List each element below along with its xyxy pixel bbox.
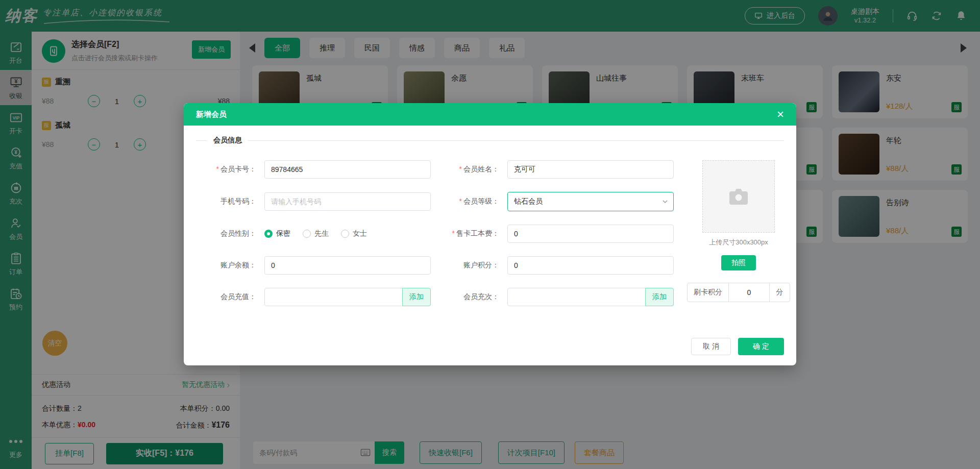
phone-field[interactable] xyxy=(264,192,431,211)
take-photo-button[interactable]: 拍照 xyxy=(721,255,756,270)
recharge-times-group: 添加 xyxy=(507,288,674,306)
card-no-label: *会员卡号： xyxy=(196,165,256,174)
radio-secret[interactable]: 保密 xyxy=(264,229,290,238)
chevron-down-icon xyxy=(662,199,668,205)
balance-field[interactable] xyxy=(264,256,431,275)
form-grid: *会员卡号： *会员姓名： 手机号码： *会员等级： 钻石会员 会员性别： xyxy=(196,160,674,306)
add-member-modal: 新增会员 × 会员信息 *会员卡号： *会员姓名： 手机号码： xyxy=(184,103,796,365)
radio-icon xyxy=(264,230,273,238)
photo-size-hint: 上传尺寸300x300px xyxy=(687,238,790,247)
points-label: 账户积分： xyxy=(439,261,499,270)
close-icon[interactable]: × xyxy=(777,108,784,120)
card-no-field[interactable] xyxy=(264,160,431,179)
section-header: 会员信息 xyxy=(196,136,784,145)
radio-icon xyxy=(341,230,349,238)
modal-header: 新增会员 × xyxy=(184,103,796,126)
member-level-label: *会员等级： xyxy=(439,197,499,206)
cancel-button[interactable]: 取 消 xyxy=(691,338,731,355)
section-line xyxy=(248,140,784,141)
section-title: 会员信息 xyxy=(213,136,242,145)
recharge-add-button[interactable]: 添加 xyxy=(402,288,431,306)
recharge-times-label: 会员充次： xyxy=(439,292,499,302)
swipe-points-label: 刷卡积分 xyxy=(688,283,729,302)
member-level-value: 钻石会员 xyxy=(514,197,543,206)
points-field[interactable] xyxy=(507,256,674,275)
camera-icon xyxy=(726,184,751,209)
gender-label: 会员性别： xyxy=(196,229,256,238)
gender-radio-group: 保密 先生 女士 xyxy=(264,229,431,238)
radio-icon xyxy=(303,230,311,238)
section-dash xyxy=(196,140,207,141)
card-fee-label: *售卡工本费： xyxy=(439,229,499,238)
member-name-label: *会员姓名： xyxy=(439,165,499,174)
swipe-points-unit: 分 xyxy=(769,283,790,302)
modal-body: 会员信息 *会员卡号： *会员姓名： 手机号码： *会员等级： 钻石会员 xyxy=(184,126,796,365)
member-level-select[interactable]: 钻石会员 xyxy=(507,192,674,211)
confirm-button[interactable]: 确 定 xyxy=(738,338,784,355)
app-root: 纳客 专注单店、小连锁的收银系统 进入后台 桌游剧本 v1.32.2 xyxy=(0,0,980,469)
card-fee-field[interactable] xyxy=(507,225,674,243)
photo-column: 上传尺寸300x300px 拍照 刷卡积分 分 xyxy=(687,160,790,306)
recharge-group: 添加 xyxy=(264,288,431,306)
modal-footer: 取 消 确 定 xyxy=(691,338,784,355)
phone-label: 手机号码： xyxy=(196,197,256,206)
member-name-field[interactable] xyxy=(507,160,674,179)
swipe-points-group: 刷卡积分 分 xyxy=(687,283,790,302)
recharge-times-add-button[interactable]: 添加 xyxy=(645,288,674,306)
balance-label: 账户余额： xyxy=(196,261,256,270)
recharge-label: 会员充值： xyxy=(196,292,256,302)
modal-title: 新增会员 xyxy=(196,110,227,119)
member-form: *会员卡号： *会员姓名： 手机号码： *会员等级： 钻石会员 会员性别： xyxy=(196,160,784,306)
swipe-points-field[interactable] xyxy=(729,283,769,302)
photo-upload-box[interactable] xyxy=(702,160,775,233)
radio-mr[interactable]: 先生 xyxy=(303,229,329,238)
radio-ms[interactable]: 女士 xyxy=(341,229,367,238)
